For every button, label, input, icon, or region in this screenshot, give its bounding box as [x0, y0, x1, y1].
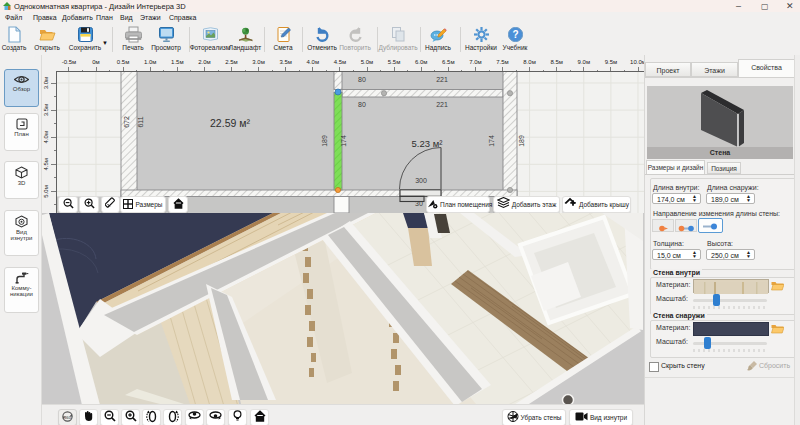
svg-text:7.5м: 7.5м: [496, 59, 508, 65]
svg-text:5.5м: 5.5м: [388, 59, 400, 65]
svg-text:9.5м: 9.5м: [605, 59, 617, 65]
svg-text:80: 80: [358, 101, 366, 108]
svg-text:5.0м: 5.0м: [361, 59, 373, 65]
svg-text:189: 189: [321, 135, 328, 147]
svg-text:?: ?: [512, 29, 518, 40]
svg-text:6.5м: 6.5м: [442, 59, 454, 65]
svg-text:174: 174: [488, 135, 495, 147]
svg-text:4.0м: 4.0м: [43, 131, 49, 143]
svg-text:1.5м: 1.5м: [171, 59, 183, 65]
svg-text:5.0м: 5.0м: [43, 185, 49, 197]
svg-text:8.5м: 8.5м: [550, 59, 562, 65]
svg-text:80: 80: [358, 76, 366, 83]
svg-text:174: 174: [340, 135, 347, 147]
svg-text:3.0м: 3.0м: [252, 59, 264, 65]
svg-text:30: 30: [415, 200, 423, 207]
svg-text:4.0м: 4.0м: [307, 59, 319, 65]
svg-text:10.0м: 10.0м: [630, 59, 644, 65]
svg-text:7.0м: 7.0м: [469, 59, 481, 65]
svg-text:3.5м: 3.5м: [43, 104, 49, 116]
svg-text:9.0м: 9.0м: [578, 59, 590, 65]
svg-text:672: 672: [123, 116, 130, 128]
svg-text:360: 360: [64, 415, 72, 420]
svg-text:5.23 м²: 5.23 м²: [412, 138, 443, 149]
svg-text:2.5м: 2.5м: [225, 59, 237, 65]
svg-text:1.0м: 1.0м: [144, 59, 156, 65]
svg-text:22.59 м²: 22.59 м²: [210, 117, 250, 129]
svg-text:221: 221: [436, 101, 448, 108]
svg-text:300: 300: [415, 177, 427, 184]
svg-text:611: 611: [137, 116, 144, 127]
svg-text:189: 189: [518, 135, 525, 147]
svg-text:3.5м: 3.5м: [279, 59, 291, 65]
svg-text:2.0м: 2.0м: [198, 59, 210, 65]
svg-text:3.0м: 3.0м: [43, 77, 49, 89]
svg-text:4.5м: 4.5м: [43, 158, 49, 170]
svg-text:6.0м: 6.0м: [415, 59, 427, 65]
svg-text:0.5м: 0.5м: [117, 59, 129, 65]
svg-text:4.5м: 4.5м: [334, 59, 346, 65]
svg-text:221: 221: [436, 76, 448, 83]
svg-text:-0.5м: -0.5м: [62, 59, 76, 65]
svg-text:0м: 0м: [92, 59, 99, 65]
svg-text:8.0м: 8.0м: [523, 59, 535, 65]
